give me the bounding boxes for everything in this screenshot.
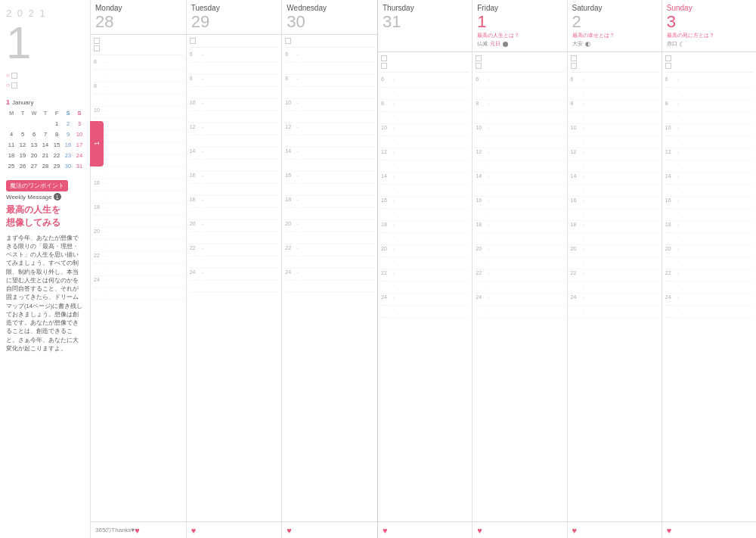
checkbox[interactable] (665, 63, 671, 69)
right-page: Thursday 31 Friday 1 最高の人生とは？ 仏滅 元日 Satu… (378, 0, 756, 538)
tl-end: · (571, 306, 658, 318)
tl11: · (571, 136, 658, 148)
tl15: · (381, 185, 469, 197)
magic-label: 魔法のワンポイント (6, 180, 68, 191)
checkbox-1[interactable] (11, 73, 17, 79)
tl7: · (665, 88, 753, 100)
thanks-label: 365のThanks♥ (95, 526, 135, 534)
tl24: 24- (476, 294, 563, 306)
checkbox[interactable] (285, 38, 291, 44)
checkbox[interactable] (94, 38, 100, 44)
saturday-moon (585, 42, 590, 47)
time-line-7: · (285, 63, 374, 75)
weekly-msg-num: 1 (54, 193, 61, 201)
dot: · (297, 88, 299, 93)
dot: · (106, 168, 107, 173)
dot: - (106, 156, 107, 161)
tl22: 22- (476, 269, 563, 281)
dot: - (202, 269, 203, 275)
time-20: 20 (94, 229, 106, 234)
sunday-koyomi2: 赤口 (667, 40, 751, 48)
weekly-msg-label: Weekly Message (6, 194, 52, 201)
time-12: 12 (285, 124, 297, 129)
checkbox[interactable] (381, 55, 387, 61)
checkbox[interactable] (476, 63, 482, 69)
time-line-21: · (190, 232, 279, 244)
checkbox[interactable] (94, 45, 100, 51)
friday-koyomi-ganjitsu: 元日 (490, 40, 500, 48)
right-footer-heart-3: ♥ (568, 522, 662, 538)
right-footer-heart-2: ♥ (472, 522, 567, 538)
dot: · (106, 216, 107, 222)
tl11: · (476, 136, 563, 148)
tl10: 10- (665, 124, 753, 136)
time-line-13: · (190, 135, 279, 148)
time-8: 8 (190, 76, 202, 81)
checkbox-2[interactable] (11, 82, 17, 89)
mini-cal-cell: 26 (17, 161, 28, 171)
tl17: · (476, 209, 563, 221)
checkbox[interactable] (665, 55, 671, 61)
tl8: 8- (571, 100, 658, 112)
sunday-num: 3 (667, 13, 751, 31)
mini-cal-cell: 19 (17, 151, 28, 160)
mini-cal-cell: 4 (6, 129, 17, 139)
saturday-koyomi: 最高の幸せとは？ (572, 32, 657, 39)
left-day-header-wed: Wednesday 30 (282, 0, 377, 34)
monday-num: 28 (95, 14, 181, 30)
dot: · (106, 241, 107, 246)
checkbox[interactable] (476, 55, 482, 61)
tl14: 14- (571, 173, 658, 185)
dot: · (106, 289, 107, 294)
tl21: · (571, 257, 658, 269)
mini-cal-cell: 11 (6, 140, 17, 150)
dot: · (202, 88, 203, 93)
time-line-9: · (94, 95, 183, 107)
pin-icon-1: ○ (6, 72, 10, 79)
thursday-col: 6- · 8- · 10- · 12- · 14- · 16- · 18- · … (378, 52, 472, 521)
saturday-col: 6- · 8- · 10- · 12- · 14- · 16- · 18- · … (568, 52, 662, 521)
time-18: 18 (190, 197, 202, 202)
time-line-7: · (94, 70, 183, 82)
saturday-sub: 最高の幸せとは？ (572, 32, 615, 39)
right-header-fri: Friday 1 最高の人生とは？ 仏滅 元日 (472, 0, 567, 51)
time-line-18: 18- (190, 196, 279, 208)
mini-cal-header-t1: T (17, 108, 28, 118)
footer-thanks: 365のThanks♥ ♥ (91, 522, 187, 538)
dot: · (106, 95, 107, 101)
time-line-17: · (190, 184, 279, 196)
footer-heart-1: ♥ (187, 522, 283, 538)
pin-row-1: ○ (6, 72, 84, 79)
wednesday-num: 30 (287, 14, 373, 30)
time-line-8: 8- (94, 82, 183, 95)
mini-cal-header-m: M (6, 108, 17, 118)
tl23: · (665, 281, 753, 294)
time-line-19: · (94, 216, 183, 228)
tl-end: · (476, 306, 563, 318)
checkbox[interactable] (571, 55, 577, 61)
time-line-16: 16- (285, 172, 374, 184)
mini-cal-cell: 6 (29, 129, 39, 139)
tl17: · (381, 209, 469, 221)
time-line-24: 24- (190, 269, 279, 281)
tl7: · (381, 88, 469, 100)
mini-cal-header: 1 January (6, 98, 84, 106)
mini-cal-cell: 23 (63, 151, 73, 160)
right-footer-heart-4: ♥ (662, 522, 756, 538)
mini-cal-cell: 3 (74, 119, 85, 129)
time-18: 18 (285, 197, 297, 202)
checkbox[interactable] (190, 38, 196, 44)
mini-cal-cell: 30 (63, 161, 73, 171)
time-line-16: 16- (94, 179, 183, 191)
time-line-10: 10- (285, 99, 374, 111)
tl9: · (476, 112, 563, 124)
tl-end: · (381, 306, 469, 318)
checkbox[interactable] (571, 63, 577, 69)
sat-times: 6- · 8- · 10- · 12- · 14- · 16- · 18- · … (571, 76, 658, 518)
dot: · (202, 185, 203, 190)
dot: - (106, 83, 107, 89)
heart-icon: ♥ (135, 526, 140, 535)
sidebar-checkboxes: ○ ○ (6, 72, 84, 90)
checkbox[interactable] (381, 63, 387, 69)
mini-cal-cell: 1 (51, 119, 62, 129)
